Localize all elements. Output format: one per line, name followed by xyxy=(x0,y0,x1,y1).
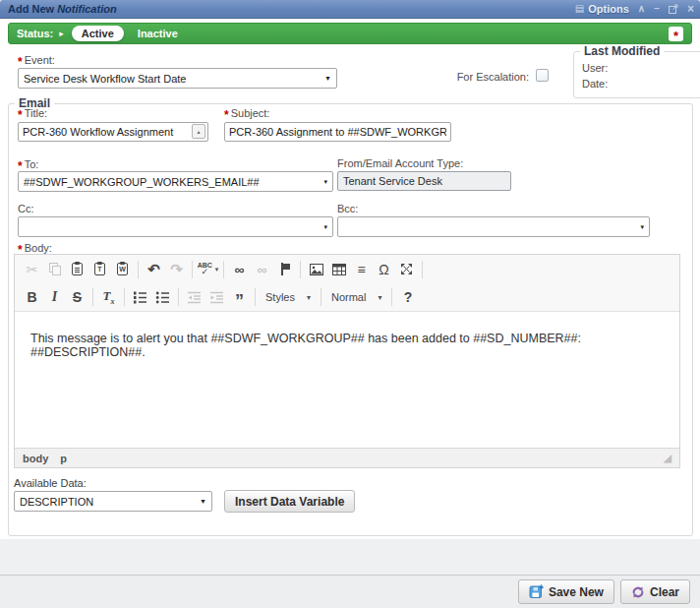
title-input-wrap: ▴ xyxy=(18,122,208,142)
chevron-down-icon: ▾ xyxy=(215,266,219,274)
special-character-icon[interactable]: Ω xyxy=(373,258,395,281)
required-asterisk-icon: * xyxy=(673,29,678,43)
editor-toolbar-row1: ✂ ↶ ↷ ABC✓ ▾ ∞ ∞ ≡ Ω xyxy=(15,255,679,283)
format-dropdown-value: Normal xyxy=(331,291,366,303)
available-data-select[interactable]: DESCRIPTION ▼ xyxy=(14,491,212,512)
available-data-label: Available Data: xyxy=(14,477,87,489)
status-label: Status: xyxy=(17,28,53,39)
image-icon[interactable] xyxy=(305,258,327,281)
decrease-indent-icon xyxy=(183,285,205,309)
about-help-icon[interactable]: ? xyxy=(396,285,419,309)
chevron-down-icon: ▾ xyxy=(640,223,644,231)
cc-select[interactable]: ▾ xyxy=(18,216,333,237)
chevron-down-icon: ▾ xyxy=(323,223,327,231)
numbered-list-icon[interactable] xyxy=(129,285,151,309)
copy-icon xyxy=(43,258,66,281)
editor-element-path: body p ◢ xyxy=(15,448,679,467)
chevron-down-icon: ▾ xyxy=(378,293,381,302)
to-label: *To: xyxy=(18,157,38,171)
event-label: *Event: xyxy=(18,53,55,67)
bcc-select[interactable]: ▾ xyxy=(337,216,650,237)
horizontal-line-icon[interactable]: ≡ xyxy=(350,258,373,281)
cut-icon: ✂ xyxy=(21,258,43,281)
anchor-flag-icon[interactable] xyxy=(273,258,296,281)
unlink-icon: ∞ xyxy=(251,258,273,281)
options-label: Options xyxy=(588,3,629,15)
to-select-value: ##SDWF_WORKGROUP_WORKERS_EMAIL## xyxy=(24,176,260,188)
event-select-value: Service Desk Workflow Start Date xyxy=(24,73,186,85)
paste-plain-text-icon[interactable] xyxy=(88,258,111,281)
add-new-notification-window: Add New Notification ▤ Options ∧ − × Sta… xyxy=(0,0,700,608)
last-modified-fieldset: Last Modified User: Date: xyxy=(573,51,700,98)
italic-icon[interactable]: I xyxy=(43,285,66,309)
subject-input[interactable] xyxy=(224,122,451,142)
redo-icon: ↷ xyxy=(165,258,188,281)
save-icon xyxy=(529,584,544,599)
resize-grip-icon[interactable]: ◢ xyxy=(664,453,671,463)
chevron-down-icon: ▾ xyxy=(307,293,311,302)
title-bar: Add New Notification ▤ Options ∧ − × xyxy=(0,0,700,19)
remove-format-icon[interactable]: Tx xyxy=(97,285,120,309)
status-arrow-icon: ▸ xyxy=(59,29,64,38)
to-select[interactable]: ##SDWF_WORKGROUP_WORKERS_EMAIL## ▾ xyxy=(18,171,333,192)
popout-icon[interactable] xyxy=(669,4,678,14)
status-inactive-button[interactable]: Inactive xyxy=(138,28,178,39)
refresh-icon xyxy=(631,585,645,599)
subject-label: *Subject: xyxy=(224,106,269,120)
collapse-icon[interactable]: ∧ xyxy=(638,4,645,14)
table-icon[interactable] xyxy=(327,258,350,281)
last-modified-user-label: User: xyxy=(582,62,608,74)
window-title: Add New Notification xyxy=(8,3,117,15)
link-icon[interactable]: ∞ xyxy=(228,258,251,281)
title-input-spinner-icon[interactable]: ▴ xyxy=(192,124,205,139)
path-element-body[interactable]: body xyxy=(23,453,48,464)
undo-icon[interactable]: ↶ xyxy=(143,258,165,281)
bulleted-list-icon[interactable] xyxy=(151,285,174,309)
strikethrough-icon[interactable]: S xyxy=(66,285,88,309)
minimize-icon[interactable]: − xyxy=(654,4,660,14)
bold-icon[interactable]: B xyxy=(21,285,43,309)
required-badge: * xyxy=(669,27,683,41)
styles-dropdown[interactable]: Styles ▾ xyxy=(260,291,317,303)
last-modified-date-label: Date: xyxy=(582,78,608,90)
options-button[interactable]: ▤ Options xyxy=(575,3,629,15)
body-text: This message is to alert you that ##SDWF… xyxy=(30,332,664,359)
status-bar: Status: ▸ Active Inactive * xyxy=(8,23,692,44)
clear-label: Clear xyxy=(650,585,679,599)
increase-indent-icon xyxy=(205,285,228,309)
paste-from-word-icon[interactable] xyxy=(111,258,134,281)
chevron-down-icon: ▼ xyxy=(200,498,206,505)
blockquote-icon[interactable]: ” xyxy=(228,289,251,313)
from-readonly-field: Tenant Service Desk xyxy=(337,171,511,191)
save-new-button[interactable]: Save New xyxy=(518,579,614,604)
insert-data-variable-button[interactable]: Insert Data Variable xyxy=(224,490,355,513)
event-select[interactable]: Service Desk Workflow Start Date ▼ xyxy=(18,68,337,89)
cc-label: Cc: xyxy=(18,203,34,214)
title-label: *Title: xyxy=(18,106,47,120)
styles-dropdown-value: Styles xyxy=(265,291,295,303)
status-active-button[interactable]: Active xyxy=(72,26,124,41)
close-icon[interactable]: × xyxy=(687,3,694,15)
spellcheck-icon[interactable]: ABC✓ ▾ xyxy=(197,258,219,281)
available-data-value: DESCRIPTION xyxy=(20,496,93,508)
body-label: *Body: xyxy=(18,241,52,255)
title-input[interactable] xyxy=(18,122,208,142)
for-escalation-checkbox[interactable] xyxy=(536,69,549,82)
last-modified-legend: Last Modified xyxy=(580,44,664,58)
clear-button[interactable]: Clear xyxy=(620,579,690,604)
chevron-down-icon: ▼ xyxy=(324,75,331,82)
body-editable-area[interactable]: This message is to alert you that ##SDWF… xyxy=(15,312,679,448)
format-dropdown[interactable]: Normal ▾ xyxy=(325,291,387,303)
paste-icon[interactable] xyxy=(66,258,88,281)
footer-bar: Save New Clear xyxy=(0,575,700,608)
editor-toolbar-row2: B I S Tx ” Styles ▾ xyxy=(15,283,679,312)
options-list-icon: ▤ xyxy=(575,4,584,14)
maximize-icon[interactable] xyxy=(395,258,418,281)
from-label: From/Email Account Type: xyxy=(337,157,463,169)
body-richtext-editor: ✂ ↶ ↷ ABC✓ ▾ ∞ ∞ ≡ Ω xyxy=(14,254,680,468)
insert-data-variable-label: Insert Data Variable xyxy=(235,495,344,509)
save-new-label: Save New xyxy=(549,585,604,599)
chevron-down-icon: ▾ xyxy=(323,178,327,186)
path-element-p[interactable]: p xyxy=(60,453,67,464)
for-escalation-label: For Escalation: xyxy=(413,71,529,83)
